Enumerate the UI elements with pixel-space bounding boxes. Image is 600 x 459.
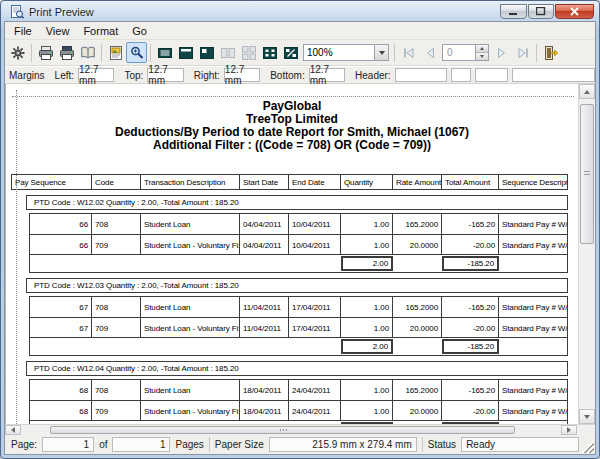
header-margin-field[interactable] <box>395 68 447 82</box>
printer-options-icon <box>59 45 75 61</box>
scroll-left-button[interactable] <box>5 425 21 435</box>
previous-page-button[interactable] <box>419 42 440 63</box>
titlebar[interactable]: Print Preview <box>4 1 596 21</box>
vertical-scrollbar-thumb[interactable] <box>580 104 594 244</box>
scroll-down-button[interactable] <box>579 409 595 424</box>
extra-field-2[interactable] <box>475 68 508 82</box>
left-margin-label: Left: <box>55 70 74 81</box>
page-number-spinner[interactable]: 0 <box>442 44 489 61</box>
extra-field-3[interactable] <box>512 68 595 82</box>
cell-total-amount: -20.00 <box>442 235 499 254</box>
view-page-width-button[interactable] <box>175 42 196 63</box>
menu-go[interactable]: Go <box>125 23 154 39</box>
subtotal-quantity: 2.00 <box>341 339 393 354</box>
cell-pay-sequence: 68 <box>30 401 92 420</box>
print-button[interactable] <box>35 42 56 63</box>
printer-setup-button[interactable] <box>7 42 28 63</box>
page-count-display: 1 <box>112 437 170 452</box>
page-number-value: 0 <box>442 44 476 61</box>
left-margin-field[interactable]: 12.7 mm <box>78 68 114 82</box>
print-options-button[interactable] <box>56 42 77 63</box>
subtotal-quantity: 2.00 <box>341 256 393 271</box>
cell-start-date: 04/04/2011 <box>240 235 289 254</box>
report-heading: PayGlobal TreeTop Limited Deductions/By … <box>6 100 578 152</box>
status-separator <box>209 437 210 452</box>
scroll-right-button[interactable] <box>561 425 577 435</box>
resize-grip[interactable] <box>581 440 594 453</box>
maximize-button[interactable] <box>528 4 554 19</box>
subtotal-total: -185.20 <box>442 256 499 271</box>
col-header: Transaction Description <box>141 175 240 189</box>
col-header: Code <box>92 175 141 189</box>
chevron-right-icon <box>567 427 571 433</box>
bottom-margin-label: Bottom: <box>270 70 304 81</box>
scroll-up-button[interactable] <box>579 84 595 99</box>
zoom-combobox[interactable]: 100% <box>303 44 389 61</box>
pan-zoom-button[interactable] <box>126 42 147 63</box>
col-header: Total Amount <box>442 175 499 189</box>
export-image-button[interactable] <box>105 42 126 63</box>
cell-code: 708 <box>92 214 141 234</box>
export-image-icon <box>108 45 124 61</box>
first-page-button[interactable] <box>398 42 419 63</box>
cell-start-date: 18/04/2011 <box>240 401 289 420</box>
last-page-button[interactable] <box>512 42 533 63</box>
toolbar: 100% 0 <box>5 40 595 66</box>
vertical-scrollbar[interactable] <box>578 84 595 424</box>
whole-page-icon <box>157 45 173 61</box>
cell-code: 709 <box>92 235 141 254</box>
cell-rate-amount: 20.0000 <box>393 235 442 254</box>
previous-page-icon <box>422 45 438 61</box>
horizontal-scrollbar-thumb[interactable] <box>50 426 515 434</box>
col-header: Quantity <box>341 175 393 189</box>
extra-field-1[interactable] <box>451 68 471 82</box>
horizontal-scrollbar[interactable] <box>5 424 595 435</box>
subtotal-total: -185.20 <box>442 339 499 354</box>
top-margin-field[interactable]: 12.7 mm <box>147 68 183 82</box>
page-setup-button[interactable] <box>77 42 98 63</box>
next-page-button[interactable] <box>491 42 512 63</box>
menu-file[interactable]: File <box>7 23 39 39</box>
view-actual-size-button[interactable] <box>196 42 217 63</box>
toolbar-separator <box>31 44 32 62</box>
view-zoom-grid-button[interactable] <box>280 42 301 63</box>
cell-rate-amount: 20.0000 <box>393 318 442 337</box>
multiple-pages-icon <box>262 45 278 61</box>
minimize-button[interactable] <box>500 4 527 19</box>
group-header: PTD Code : W12.02 Quantity : 2.00, -Tota… <box>26 195 568 210</box>
table-row: 67 708 Student Loan 11/04/2011 17/04/201… <box>30 297 567 317</box>
cell-description: Student Loan - Voluntary Fixed <box>141 401 240 420</box>
spinner-up-button[interactable] <box>476 45 488 52</box>
cell-quantity: 1.00 <box>341 401 393 420</box>
toolbar-separator <box>536 44 537 62</box>
cell-end-date: 17/04/2011 <box>289 318 341 337</box>
menu-format[interactable]: Format <box>76 23 125 39</box>
two-pages-icon <box>220 45 236 61</box>
cell-end-date: 24/04/2011 <box>289 380 341 400</box>
view-whole-page-button[interactable] <box>154 42 175 63</box>
group-rows: 68 708 Student Loan 18/04/2011 24/04/201… <box>29 379 568 424</box>
exit-preview-button[interactable] <box>540 42 561 63</box>
printer-icon <box>38 45 54 61</box>
status-separator <box>422 437 423 452</box>
view-multiple-pages-button[interactable] <box>259 42 280 63</box>
thumb-grip <box>280 429 287 431</box>
group-subtotal-row: 2.00 -185.20 <box>30 337 567 355</box>
cell-pay-sequence: 67 <box>30 297 92 317</box>
view-two-pages-button[interactable] <box>217 42 238 63</box>
view-four-pages-button[interactable] <box>238 42 259 63</box>
margins-title: Margins <box>9 70 45 81</box>
close-button[interactable] <box>555 4 594 19</box>
next-page-icon <box>494 45 510 61</box>
menu-view[interactable]: View <box>39 23 77 39</box>
margins-bar: Margins Left: 12.7 mm Top: 12.7 mm Right… <box>5 66 595 84</box>
spinner-down-button[interactable] <box>476 52 488 60</box>
bottom-margin-field[interactable]: 12.7 mm <box>309 68 345 82</box>
right-margin-field[interactable]: 12.7 mm <box>224 68 260 82</box>
cell-code: 709 <box>92 318 141 337</box>
cell-description: Student Loan <box>141 297 240 317</box>
document-preview-area: PayGlobal TreeTop Limited Deductions/By … <box>5 84 595 424</box>
zoom-value: 100% <box>304 47 374 58</box>
thumb-grip <box>584 171 590 177</box>
zoom-dropdown-button[interactable] <box>374 45 388 60</box>
